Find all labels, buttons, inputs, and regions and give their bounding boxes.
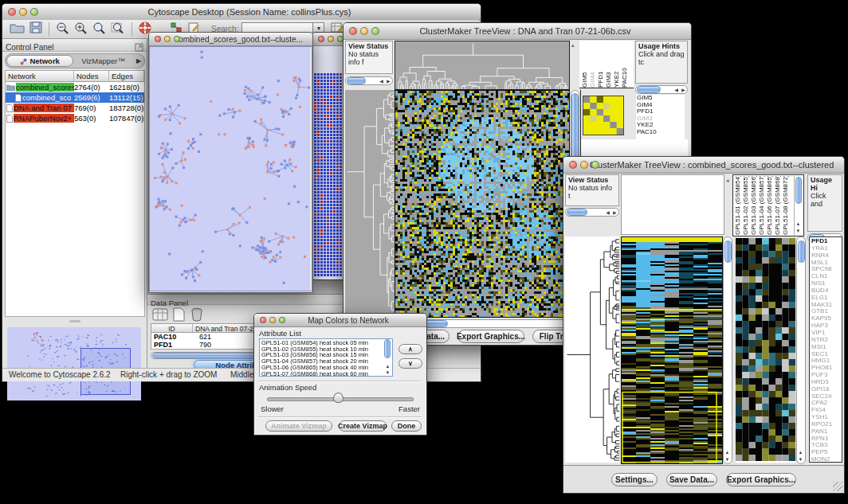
- scroll-down-icon[interactable]: ▼: [795, 228, 802, 234]
- gene-label[interactable]: PHO81: [810, 364, 842, 371]
- gene-label[interactable]: MSI1: [810, 343, 842, 350]
- speed-slider-thumb[interactable]: [333, 393, 344, 403]
- tv2-column-dendrogram[interactable]: [621, 174, 724, 235]
- gene-label[interactable]: HAP3: [810, 322, 842, 329]
- tab-overflow-icon[interactable]: ▶: [133, 57, 144, 64]
- create-vizmap-button[interactable]: Create Vizmap: [339, 420, 387, 432]
- tv1-row-dendrogram[interactable]: [345, 90, 395, 316]
- tv1-export-graphics-button[interactable]: Export Graphics...: [457, 330, 524, 343]
- network-window-title-bar[interactable]: combined_scores_good.txt--cluste...: [149, 33, 312, 46]
- gene-label[interactable]: NTR2: [810, 336, 842, 343]
- tv2-settings-button[interactable]: Settings...: [611, 473, 658, 486]
- scroll-thumb[interactable]: [567, 209, 587, 216]
- splitter-left-icon[interactable]: ◂: [726, 178, 729, 184]
- dialog-title-bar[interactable]: Map Colors to Network: [254, 314, 426, 327]
- tv1-column-label[interactable]: GIM4: [589, 41, 597, 88]
- tv2-column-label[interactable]: GPL51-03 (GSM856): [750, 176, 758, 235]
- tv2-vscrollbar[interactable]: ▲ ▼: [723, 236, 732, 464]
- minimize-icon[interactable]: [19, 8, 27, 16]
- new-attribute-icon[interactable]: [173, 307, 186, 325]
- tv1-heatmap[interactable]: [395, 91, 569, 317]
- gene-label[interactable]: KAP95: [810, 315, 842, 322]
- tv2-save-data-button[interactable]: Save Data...: [666, 473, 717, 486]
- close-icon[interactable]: [318, 36, 324, 42]
- col-header-id[interactable]: ID: [151, 324, 193, 333]
- network-row[interactable]: DNA and Tran 07 769(0) 183728(0): [6, 103, 144, 113]
- attribute-table-icon[interactable]: [152, 307, 168, 325]
- gene-label[interactable]: MSL1: [810, 259, 842, 266]
- gene-label[interactable]: CPA2: [810, 399, 842, 406]
- tv2-column-label[interactable]: GPL51-02 (GSM855): [742, 176, 750, 235]
- tv2-status-scrollbar[interactable]: ◀ ▶: [565, 208, 619, 217]
- scroll-up-icon[interactable]: ▲: [724, 449, 731, 455]
- scroll-thumb[interactable]: [347, 77, 366, 84]
- gene-label[interactable]: TCB3: [810, 441, 842, 448]
- network-view-canvas[interactable]: [150, 47, 310, 291]
- tv1-status-scrollbar[interactable]: ◀ ▶: [345, 76, 393, 85]
- network-row-selected[interactable]: combined_sco 2569(6) 13112(15): [6, 92, 144, 103]
- gene-label[interactable]: SEC1: [810, 350, 842, 357]
- scroll-right-icon[interactable]: ▶: [680, 87, 687, 93]
- scroll-up-icon[interactable]: ▲: [797, 449, 804, 455]
- close-icon[interactable]: [8, 8, 16, 16]
- treeview1-title-bar[interactable]: ClusterMaker TreeView : DNA and Tran 07-…: [344, 23, 691, 40]
- scroll-thumb[interactable]: [724, 240, 732, 263]
- col-header-edges[interactable]: Edges: [109, 71, 144, 82]
- scroll-left-icon[interactable]: ◀: [378, 78, 385, 84]
- gene-label[interactable]: YSH1: [810, 413, 842, 420]
- zoom-window-icon[interactable]: [174, 36, 180, 42]
- gene-label[interactable]: PAN1: [810, 428, 842, 435]
- tv1-column-label[interactable]: PFD1: [597, 41, 605, 88]
- gene-label[interactable]: PUF3: [810, 371, 842, 378]
- tv1-mini-matrix[interactable]: [583, 96, 623, 135]
- scroll-down-icon[interactable]: ▼: [724, 456, 731, 463]
- tv1-column-label[interactable]: GIM5: [581, 41, 589, 88]
- close-icon[interactable]: [349, 27, 357, 35]
- zoom-fit-icon[interactable]: [111, 21, 125, 37]
- col-header-nodes[interactable]: Nodes: [74, 71, 109, 82]
- gene-label[interactable]: YRA1: [810, 244, 842, 252]
- gene-label[interactable]: SEC24: [810, 393, 842, 400]
- minimize-icon[interactable]: [269, 317, 276, 323]
- minimize-icon[interactable]: [328, 36, 334, 42]
- zoom-window-icon[interactable]: [279, 317, 285, 323]
- attribute-item[interactable]: GPL51-07 (GSM868) heat shock 60 min: [261, 371, 391, 377]
- scroll-thumb[interactable]: [384, 339, 391, 358]
- scroll-thumb[interactable]: [637, 86, 661, 93]
- col-header-network[interactable]: Network: [6, 71, 74, 82]
- tv2-zoom-vscrollbar[interactable]: ▲ ▼: [796, 236, 806, 464]
- treeview2-title-bar[interactable]: ClusterMaker TreeView : combined_scores_…: [563, 157, 844, 174]
- tv2-row-dendrogram[interactable]: [565, 236, 619, 463]
- gene-label[interactable]: CLN1: [810, 272, 842, 279]
- tv2-export-graphics-button[interactable]: Export Graphics...: [726, 473, 796, 486]
- network-row[interactable]: RNAPuberNov2+ 563(0) 107847(0): [6, 113, 144, 123]
- close-icon[interactable]: [260, 317, 266, 323]
- gene-label[interactable]: RNR4: [810, 252, 842, 259]
- scroll-thumb[interactable]: [798, 240, 805, 263]
- tv2-column-label[interactable]: GPL51-04 (GSM857): [758, 176, 766, 235]
- close-icon[interactable]: [155, 36, 161, 42]
- gene-label[interactable]: GTB1: [810, 307, 842, 315]
- tv2-labels-vscrollbar[interactable]: ▲ ▼: [794, 176, 803, 235]
- gene-label[interactable]: FIG4: [810, 406, 842, 413]
- save-session-icon[interactable]: [29, 21, 42, 37]
- attribute-list-vscrollbar[interactable]: ▲ ▼: [384, 339, 392, 376]
- delete-attribute-icon[interactable]: [190, 307, 203, 325]
- zoom-window-icon[interactable]: [371, 27, 379, 35]
- tv2-heatmap[interactable]: [622, 237, 722, 463]
- gene-label[interactable]: NIS1: [810, 279, 842, 287]
- scroll-left-icon[interactable]: ◀: [604, 209, 611, 216]
- gene-label[interactable]: ELG1: [810, 294, 842, 301]
- tv2-column-label[interactable]: GPL51-01 (GSM854): [734, 176, 742, 235]
- gene-label[interactable]: MAK31: [810, 301, 842, 308]
- resize-grip[interactable]: [833, 482, 842, 491]
- gene-label[interactable]: HMG1: [810, 357, 842, 364]
- network-row[interactable]: combined_scores_ 2764(0) 16218(0): [6, 82, 144, 92]
- tv1-row-label[interactable]: PAC10: [637, 129, 685, 136]
- scroll-right-icon[interactable]: ▶: [611, 209, 618, 216]
- tv1-column-label[interactable]: GIM3: [605, 41, 613, 88]
- panel-splitter[interactable]: [2, 318, 147, 326]
- gene-label[interactable]: MON2: [810, 455, 842, 463]
- tv1-column-dendrogram[interactable]: [395, 41, 569, 89]
- tv1-column-label[interactable]: YKE2: [613, 41, 621, 88]
